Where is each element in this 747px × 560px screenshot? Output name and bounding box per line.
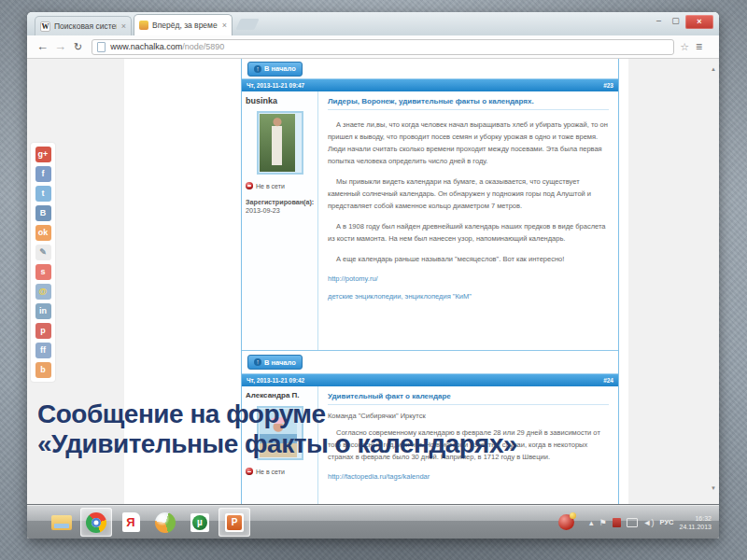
forward-icon[interactable]: → [54,37,66,56]
up-arrow-icon-2: ↑ [254,358,261,366]
url-path: /node/5890 [182,42,224,51]
livejournal-icon[interactable]: ✎ [35,245,51,260]
window-controls: – ▢ × [652,15,713,29]
blogger-icon[interactable]: b [35,362,51,378]
red-tray-icon[interactable] [613,518,621,527]
minimize-button[interactable]: – [652,15,666,27]
google-plus-icon[interactable]: g+ [35,147,51,162]
maximize-button[interactable]: ▢ [669,15,683,27]
language-indicator[interactable]: РУС [659,518,673,526]
post23-content: Лидеры, Воронеж, удивительные факты о ка… [318,91,618,350]
post23-avatar [260,114,295,172]
system-tray: ▴ ⚑ ◄) РУС 16:32 24.11.2013 [558,514,719,531]
post24-link-1[interactable]: http://factopedia.ru/tags/kalendar [328,472,609,481]
chrome-icon [86,512,106,533]
offline-status-icon-2 [246,468,253,475]
utorrent-icon: µ [190,513,209,532]
post23-header: Чт, 2013-11-21 09:47 #23 [242,79,618,91]
post23-title: Лидеры, Воронеж, удивительные факты о ка… [328,97,609,110]
utorrent-glyph: µ [192,515,207,530]
close-button[interactable]: × [685,15,713,29]
post23-number: #23 [603,82,613,89]
address-bar[interactable]: www.nachalka.com/node/5890 [92,39,674,55]
post23-paragraph-4: А еще календарь раньше называли "месяцес… [328,253,609,265]
taskbar-yandex-button[interactable]: Я [115,508,147,537]
taskbar-chrome-button[interactable] [80,508,112,537]
taskbar-utorrent-button[interactable]: µ [184,508,216,537]
caption-line-1: Сообщение на форуме [37,399,517,429]
hidden-icons-chevron[interactable]: ▴ [589,518,594,527]
browser-tab-1[interactable]: W Поисковая система Web × [35,16,132,35]
tab2-title: Вперёд, за временем! Фо [152,21,218,30]
url-text: www.nachalka.com/node/5890 [110,42,224,51]
powerpoint-icon: P [225,513,244,532]
post23-registered-date: 2013-09-23 [246,206,314,215]
back-to-top-row: ↑ В начало [242,59,618,79]
post23-avatar-frame [257,111,303,175]
action-center-flag-icon[interactable]: ⚑ [599,518,607,527]
bookmark-star-icon[interactable]: ☆ [680,41,689,53]
post23-body: businka Не в сети Зарегистрирован(а): 20… [242,91,618,351]
taskbar-explorer-button[interactable] [46,508,78,537]
pinterest-icon[interactable]: p [35,323,51,339]
post23-author-name[interactable]: businka [246,96,314,105]
tab1-close-icon[interactable]: × [121,21,126,31]
linkedin-icon[interactable]: in [35,303,51,319]
post23-link-2[interactable]: детские энциклопедии, энциклопедия "КиМ" [328,292,609,301]
back-to-top-button-2[interactable]: ↑ В начало [247,355,303,370]
antivirus-tray-icon[interactable] [558,514,574,530]
friendfeed-icon[interactable]: ff [35,343,51,358]
clock-time: 16:32 [679,514,712,523]
post24-status: Не в сети [246,468,314,475]
reload-icon[interactable]: ↻ [74,37,82,56]
back-to-top-button[interactable]: ↑ В начало [247,62,303,77]
tab2-close-icon[interactable]: × [222,21,227,30]
tab2-favicon [139,21,148,30]
page-icon [97,42,106,52]
offline-status-icon [246,182,253,189]
up-arrow-icon: ↑ [254,65,261,73]
volume-icon[interactable]: ◄) [643,518,655,527]
back-to-top-label: В начало [264,64,296,73]
post23-status-label: Не в сети [256,183,285,189]
post23-date: Чт, 2013-11-21 09:47 [247,82,304,89]
browser-window-screenshot: W Поисковая система Web × Вперёд, за вре… [27,12,719,539]
presentation-slide: W Поисковая система Web × Вперёд, за вре… [0,0,747,560]
back-icon[interactable]: ← [36,37,49,56]
social-share-bar: g+ f t B ok ✎ s @ in p ff b [31,143,55,382]
powerpoint-glyph: P [227,515,242,530]
post23-paragraph-3: А в 1908 году был найден древнейший кале… [328,220,609,245]
post23-status: Не в сети [246,182,314,189]
scroll-down-icon[interactable]: ▼ [711,485,716,491]
new-tab-button[interactable] [235,19,259,30]
vkontakte-icon[interactable]: B [35,205,51,221]
menu-icon[interactable]: ≡ [696,40,701,53]
post24-number: #24 [603,377,613,384]
browser-tab-2-active[interactable]: Вперёд, за временем! Фо × [134,14,233,35]
url-host: www.nachalka.com [110,42,182,51]
odnoklassniki-icon[interactable]: ok [35,225,51,241]
clock-date: 24.11.2013 [679,523,712,531]
post23-paragraph-2: Мы привыкли видеть календари на бумаге, … [328,175,609,212]
scroll-up-icon[interactable]: ▲ [711,66,716,72]
mail-ru-icon[interactable]: @ [35,284,51,300]
post23-author-panel: businka Не в сети Зарегистрирован(а): 20… [242,91,318,350]
taskbar-ball-button[interactable] [149,508,181,537]
post23-registered-label: Зарегистрирован(а): [246,198,314,206]
post24-header: Чт, 2013-11-21 09:42 #24 [242,374,618,386]
explorer-folder-icon [51,515,72,530]
facebook-icon[interactable]: f [35,166,51,182]
twitter-icon[interactable]: t [35,186,51,202]
yandex-icon: Я [122,512,140,532]
slide-caption: Сообщение на форуме «Удивительные факты … [37,399,517,459]
browser-tab-strip: W Поисковая система Web × Вперёд, за вре… [27,12,719,36]
surfingbird-icon[interactable]: s [35,264,51,280]
post23-link-1[interactable]: http://potomy.ru/ [328,274,609,283]
tab1-favicon: W [40,21,50,32]
taskbar-powerpoint-button[interactable]: P [218,508,250,537]
network-icon[interactable] [627,518,638,527]
taskbar-clock[interactable]: 16:32 24.11.2013 [679,514,712,531]
post24-status-label: Не в сети [256,469,285,475]
browser-toolbar: ← → ↻ www.nachalka.com/node/5890 ☆ ≡ [27,35,719,59]
windows-taskbar: Я µ P ▴ ⚑ ◄) РУС 16:32 24.11.2013 [27,504,719,539]
